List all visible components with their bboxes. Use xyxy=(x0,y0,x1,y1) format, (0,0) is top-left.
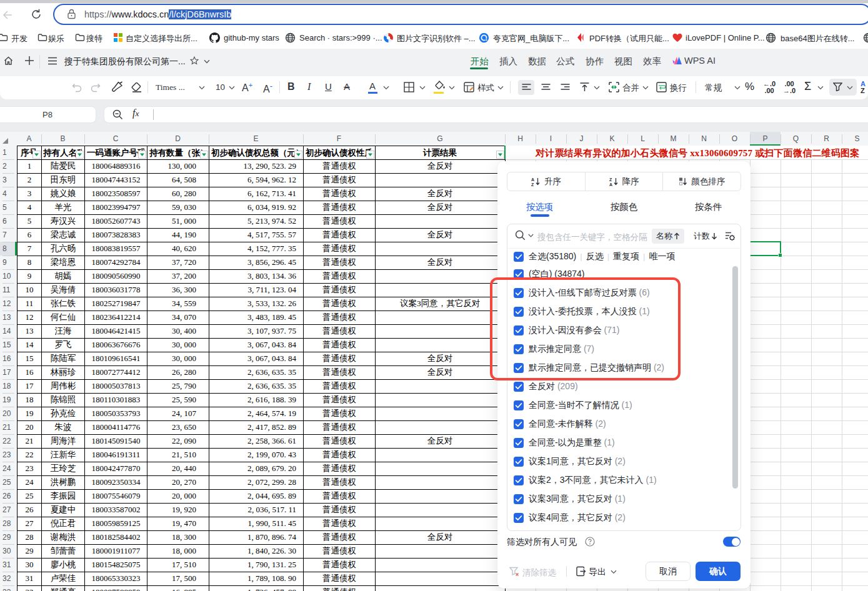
svg-text:A: A xyxy=(531,177,534,182)
svg-text:A: A xyxy=(609,182,612,187)
svg-text:Z: Z xyxy=(609,177,612,182)
svg-text:Z: Z xyxy=(531,182,534,187)
